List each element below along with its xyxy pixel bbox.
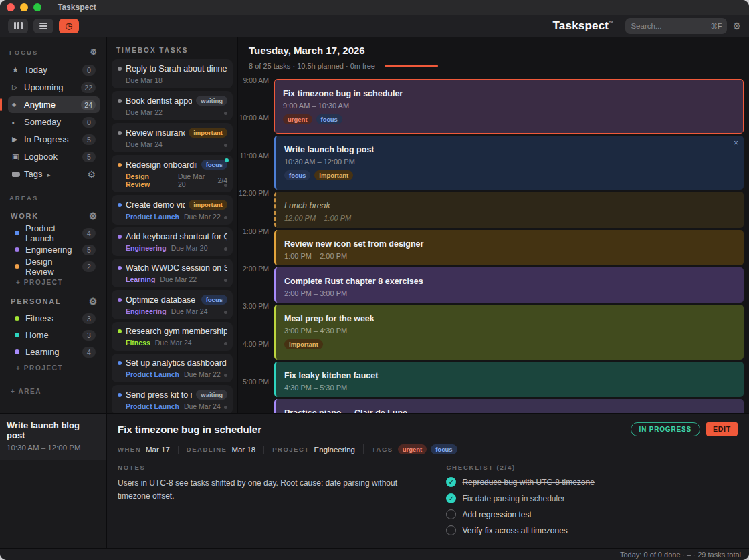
notes-section: NOTES Users in UTC-8 see tasks shifted b…	[118, 464, 435, 548]
add-project-button[interactable]: + PROJECT	[8, 275, 100, 287]
list-view-button[interactable]	[33, 19, 54, 33]
sidebar-project-product-launch[interactable]: Product Launch4	[8, 225, 100, 241]
search-input[interactable]	[631, 22, 710, 30]
checklist-item[interactable]: Verify fix across all timezones	[446, 525, 738, 535]
sidebar-item-today[interactable]: ★Today0	[8, 61, 100, 78]
task-badge-waiting[interactable]: waiting	[196, 390, 227, 400]
minimize-window-button[interactable]	[20, 3, 28, 11]
sidebar-item-label: Upcoming	[24, 82, 81, 92]
sidebar-project-design-review[interactable]: Design Review2	[8, 258, 100, 275]
edit-button[interactable]: EDIT	[706, 422, 738, 436]
task-project-label: Learning	[126, 275, 155, 283]
task-card[interactable]: Redesign onboarding…focusDesign ReviewDu…	[112, 155, 233, 192]
sidebar-item-tags[interactable]: Tags ▸⚙	[8, 166, 100, 182]
task-card[interactable]: Book dentist appoin…waitingDue Mar 22	[112, 91, 233, 120]
add-project-button[interactable]: + PROJECT	[8, 360, 100, 373]
board-view-button[interactable]	[8, 19, 28, 33]
detail-tag-focus[interactable]: focus	[431, 444, 457, 454]
task-drag-handle[interactable]	[224, 311, 227, 314]
checklist-section: CHECKLIST (2/4) ✓Reproduce bug with UTC-…	[435, 464, 738, 548]
calendar-event[interactable]: Practice piano — Clair de Lune	[274, 399, 744, 413]
calendar-event[interactable]: Review new icon set from designer1:00 PM…	[274, 230, 744, 265]
checklist-item[interactable]: ✓Reproduce bug with UTC-8 timezone	[446, 477, 738, 487]
sidebar-item-logbook[interactable]: ▣Logbook5	[8, 148, 100, 165]
task-badge-focus[interactable]: focus	[201, 295, 227, 305]
settings-gear-icon[interactable]: ⚙	[732, 21, 741, 31]
tags-gear-icon[interactable]: ⚙	[87, 170, 96, 179]
checkbox-unchecked-icon[interactable]	[446, 525, 456, 535]
task-title: Create demo vide…	[126, 200, 185, 210]
event-tag-important[interactable]: important	[284, 339, 323, 349]
expand-arrow-icon[interactable]: ▸	[45, 172, 50, 178]
status-bar: Today: 0 of 0 done · – · 29 tasks total	[0, 548, 749, 560]
task-card[interactable]: Set up analytics dashboardProduct Launch…	[112, 354, 233, 382]
calendar-event[interactable]: Lunch break12:00 PM – 1:00 PM	[274, 192, 744, 227]
when-label: WHEN	[118, 446, 141, 453]
calendar-event[interactable]: Fix timezone bug in scheduler9:00 AM – 1…	[274, 79, 744, 134]
task-drag-handle[interactable]	[224, 247, 227, 251]
checklist-item[interactable]: ✓Fix date parsing in scheduler	[446, 493, 738, 503]
sidebar-project-fitness[interactable]: Fitness3	[8, 310, 100, 327]
task-drag-handle[interactable]	[224, 279, 227, 282]
close-window-button[interactable]	[7, 3, 15, 11]
event-close-icon[interactable]: ×	[734, 138, 738, 148]
event-tag-important[interactable]: important	[314, 170, 353, 180]
calendar-event[interactable]: Fix leaky kitchen faucet4:30 PM – 5:30 P…	[274, 362, 744, 397]
task-drag-handle[interactable]	[224, 406, 227, 409]
deadline-value[interactable]: Mar 18	[231, 446, 255, 454]
task-badge-focus[interactable]: focus	[201, 160, 227, 170]
sidebar-item-anytime[interactable]: ◆Anytime24	[8, 96, 100, 113]
task-drag-handle[interactable]	[224, 374, 227, 377]
zoom-window-button[interactable]	[33, 3, 41, 11]
task-card[interactable]: Research gym membership …FitnessDue Mar …	[112, 322, 233, 351]
task-drag-handle[interactable]	[224, 112, 227, 115]
focus-gear-icon[interactable]: ⚙	[90, 48, 98, 56]
status-badge[interactable]: IN PROGRESS	[631, 422, 700, 436]
task-card[interactable]: Review insurance …importantDue Mar 24	[112, 123, 233, 152]
area-gear-icon[interactable]: ⚙	[89, 297, 98, 306]
task-card[interactable]: Add keyboard shortcut for Q…EngineeringD…	[112, 227, 233, 256]
search-box[interactable]: ⌘F	[625, 18, 727, 34]
task-card[interactable]: Send press kit to re…waitingProduct Laun…	[112, 385, 233, 413]
sidebar-item-upcoming[interactable]: ▷Upcoming22	[8, 79, 100, 96]
task-card[interactable]: Watch WWDC session on Swi…LearningDue Ma…	[112, 259, 233, 287]
task-badge-important[interactable]: important	[189, 200, 227, 210]
detail-tag-urgent[interactable]: urgent	[398, 444, 427, 454]
task-card[interactable]: Optimize database q…focusEngineeringDue …	[112, 290, 233, 319]
sidebar-project-learning[interactable]: Learning4	[8, 343, 100, 360]
sidebar-project-engineering[interactable]: Engineering5	[8, 241, 100, 258]
calendar-event[interactable]: ×Write launch blog post10:30 AM – 12:00 …	[274, 136, 744, 190]
when-value[interactable]: Mar 17	[146, 446, 170, 454]
checkbox-checked-icon[interactable]: ✓	[446, 477, 456, 487]
timebox-view-button[interactable]: ◷	[59, 19, 79, 33]
task-badge-waiting[interactable]: waiting	[196, 96, 227, 106]
task-bullet	[118, 163, 122, 167]
task-card[interactable]: Create demo vide…importantProduct Launch…	[112, 195, 233, 225]
task-drag-handle[interactable]	[224, 144, 227, 147]
window-title: Taskspect	[58, 3, 96, 12]
calendar-event[interactable]: Meal prep for the week3:00 PM – 4:30 PMi…	[274, 305, 744, 360]
task-drag-handle[interactable]	[224, 342, 227, 345]
mini-event-panel[interactable]: Write launch blog post 10:30 AM – 12:00 …	[0, 414, 107, 548]
task-drag-handle[interactable]	[224, 184, 227, 187]
checkbox-checked-icon[interactable]: ✓	[446, 493, 456, 503]
add-area-button[interactable]: + AREA	[9, 384, 100, 396]
sidebar-item-someday[interactable]: ▪Someday0	[8, 114, 100, 130]
calendar-event[interactable]: Complete Rust chapter 8 exercises2:00 PM…	[274, 267, 744, 303]
project-value[interactable]: Engineering	[314, 446, 355, 454]
event-tag-urgent[interactable]: urgent	[283, 114, 312, 124]
task-title: Reply to Sarah about dinner …	[126, 64, 227, 74]
event-tag-focus[interactable]: focus	[284, 170, 310, 180]
area-gear-icon[interactable]: ⚙	[89, 211, 98, 221]
event-tag-focus[interactable]: focus	[316, 114, 342, 124]
sidebar-project-home[interactable]: Home3	[8, 327, 100, 343]
notes-text[interactable]: Users in UTC-8 see tasks shifted by one …	[118, 477, 424, 502]
timebox-column: TIMEBOX TASKS Reply to Sarah about dinne…	[107, 37, 238, 413]
checkbox-unchecked-icon[interactable]	[446, 509, 456, 519]
sidebar-item-in-progress[interactable]: ▶In Progress5	[8, 131, 100, 148]
task-badge-important[interactable]: important	[189, 128, 227, 138]
event-tags: important	[284, 339, 737, 349]
task-card[interactable]: Reply to Sarah about dinner …Due Mar 18	[112, 59, 233, 88]
checklist-item[interactable]: Add regression test	[446, 509, 738, 519]
task-drag-handle[interactable]	[224, 216, 227, 219]
